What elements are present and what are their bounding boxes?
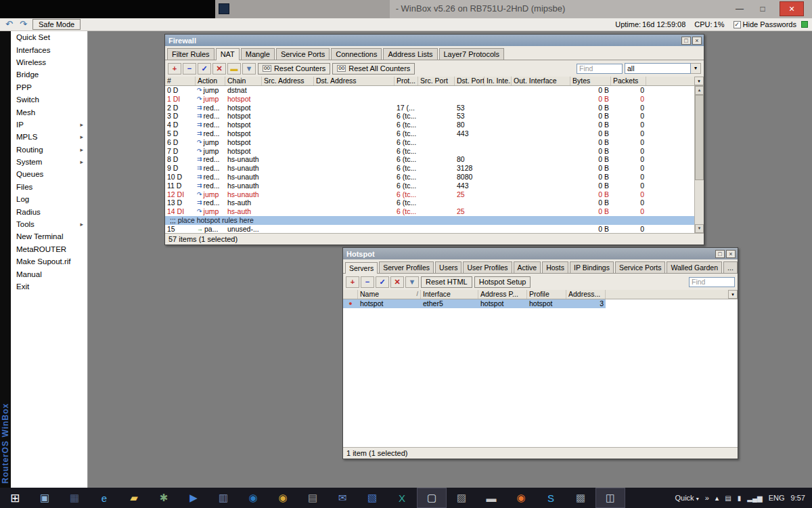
tab-nat[interactable]: NAT	[216, 48, 240, 60]
firewall-close-button[interactable]: ×	[692, 37, 702, 45]
disable-button[interactable]: ✕	[212, 63, 226, 75]
firewall-rule-row[interactable]: 2 D⇉red...hotspot17 (...530 B0	[165, 104, 694, 112]
column-header-in-inte[interactable]: In. Inte...	[484, 77, 512, 85]
column-header-address-p[interactable]: Address P...	[478, 290, 527, 299]
media-player-icon[interactable]: ▶	[179, 488, 208, 508]
app-icon-2[interactable]: ✱	[149, 488, 179, 508]
filter-dropdown[interactable]: all	[625, 63, 691, 74]
firewall-titlebar[interactable]: Firewall □ ×	[165, 35, 704, 46]
browser-icon[interactable]: ◉	[506, 488, 536, 508]
sidebar-item-interfaces[interactable]: Interfaces	[11, 43, 87, 56]
hotspot-titlebar[interactable]: Hotspot □ ×	[343, 248, 738, 259]
sidebar-item-radius[interactable]: Radius	[11, 205, 87, 217]
firewall-comment-row[interactable]: ;;; place hotspot rules here	[165, 216, 694, 225]
firewall-rule-row[interactable]: 14 DI↷jumphs-auth6 (tc...250 B0	[165, 207, 694, 216]
firewall-find-input[interactable]	[577, 64, 623, 74]
enable-button[interactable]: ✓	[376, 276, 389, 288]
reset-counters-button[interactable]: 00 Reset Counters	[258, 63, 330, 75]
app-icon-7[interactable]: ▧	[357, 488, 387, 508]
command-prompt-icon[interactable]: ▬	[476, 488, 506, 508]
app-icon-9[interactable]: ▨	[447, 488, 476, 508]
tab-service-ports[interactable]: Service Ports	[615, 261, 665, 273]
safe-mode-button[interactable]: Safe Mode	[32, 19, 81, 30]
app-icon-10[interactable]: ▩	[566, 488, 595, 508]
scroll-up-button[interactable]: ▲	[695, 86, 704, 95]
sidebar-item-exit[interactable]: Exit	[11, 280, 87, 293]
tray-expand-icon[interactable]: ▴	[715, 494, 719, 503]
sidebar-item-switch[interactable]: Switch	[11, 93, 87, 106]
firewall-rule-row[interactable]: 9 D⇉red...hs-unauth6 (tc...31280 B0	[165, 164, 694, 173]
filter-button[interactable]: ▼	[405, 276, 419, 288]
tab-x[interactable]: ...	[723, 261, 738, 273]
folder-icon[interactable]: ▰	[119, 488, 149, 508]
internet-explorer-icon[interactable]: e	[89, 488, 119, 508]
hotspot-maximize-button[interactable]: □	[715, 250, 725, 258]
tab-active[interactable]: Active	[514, 261, 541, 273]
reset-all-counters-button[interactable]: 00 Reset All Counters	[332, 63, 415, 75]
column-select-button[interactable]: ▾	[728, 290, 738, 299]
remove-button[interactable]: −	[183, 63, 196, 75]
column-select-button[interactable]: ▾	[694, 77, 704, 85]
app-icon-1[interactable]: ▦	[60, 488, 89, 508]
language-indicator[interactable]: ENG	[769, 494, 785, 502]
undo-icon[interactable]: ↶	[4, 19, 14, 30]
redo-icon[interactable]: ↷	[18, 19, 28, 30]
add-button[interactable]: +	[346, 276, 359, 288]
firewall-rule-row[interactable]: 10 D⇉red...hs-unauth6 (tc...80800 B0	[165, 173, 694, 182]
column-header-name[interactable]: Name/	[358, 290, 421, 299]
scroll-down-button[interactable]: ▼	[695, 224, 704, 233]
firewall-scrollbar[interactable]: ▲ ▼	[694, 86, 704, 233]
sidebar-item-files[interactable]: Files	[11, 181, 87, 193]
sidebar-item-routing[interactable]: Routing▸	[11, 144, 87, 156]
skype-icon[interactable]: S	[536, 488, 566, 508]
sidebar-item-ppp[interactable]: PPP	[11, 81, 87, 93]
sidebar-item-mpls[interactable]: MPLS▸	[11, 131, 87, 143]
column-header-x[interactable]: #	[165, 77, 196, 85]
app-icon-4[interactable]: ◉	[238, 488, 268, 508]
column-header-chain[interactable]: Chain	[225, 77, 262, 85]
tab-server-profiles[interactable]: Server Profiles	[379, 261, 434, 273]
column-header-dst-address[interactable]: Dst. Address	[314, 77, 394, 85]
tab-connections[interactable]: Connections	[331, 48, 382, 60]
sidebar-item-system[interactable]: System▸	[11, 156, 87, 168]
sidebar-item-ip[interactable]: IP▸	[11, 119, 87, 131]
disable-button[interactable]: ✕	[390, 276, 404, 288]
tab-user-profiles[interactable]: User Profiles	[463, 261, 512, 273]
tab-servers[interactable]: Servers	[345, 262, 378, 274]
display-tray-icon[interactable]: ▤	[725, 494, 731, 502]
remove-button[interactable]: −	[361, 276, 374, 288]
sidebar-item-manual[interactable]: Manual	[11, 268, 87, 280]
tab-ip-bindings[interactable]: IP Bindings	[570, 261, 614, 273]
firewall-rule-row[interactable]: 13 D⇉red...hs-auth6 (tc...0 B0	[165, 198, 694, 207]
tab-service-ports[interactable]: Service Ports	[276, 48, 330, 60]
clock[interactable]: 9:57	[791, 494, 805, 502]
app-icon-8[interactable]: X	[387, 488, 417, 508]
network-signal-icon[interactable]: ▂▄▆	[747, 494, 762, 502]
tab-mangle[interactable]: Mangle	[241, 48, 275, 60]
hotspot-setup-button[interactable]: Hotspot Setup	[474, 276, 531, 288]
firewall-maximize-button[interactable]: □	[681, 37, 691, 45]
quick-launch-label[interactable]: Quick▾	[675, 494, 699, 502]
window-titlebar[interactable]: - WinBox v5.26 on RB751U-2HnD (mipsbe) —…	[0, 0, 812, 18]
app-icon-5[interactable]: ◉	[268, 488, 298, 508]
sidebar-item-bridge[interactable]: Bridge	[11, 68, 87, 81]
restore-button[interactable]: □	[752, 0, 773, 17]
column-header-bytes[interactable]: Bytes	[570, 77, 611, 85]
firewall-rule-row[interactable]: 12 DI↷jumphs-unauth6 (tc...250 B0	[165, 190, 694, 199]
firewall-rule-row[interactable]: 8 D⇉red...hs-unauth6 (tc...800 B0	[165, 155, 694, 164]
firewall-rule-row[interactable]: 3 D⇉red...hotspot6 (tc...530 B0	[165, 112, 694, 121]
firewall-rule-row[interactable]: 6 D↷jumphotspot6 (tc...0 B0	[165, 138, 694, 147]
tab-users[interactable]: Users	[435, 261, 461, 273]
hotspot-close-button[interactable]: ×	[726, 250, 736, 258]
battery-icon[interactable]: ▮	[738, 494, 742, 502]
comment-button[interactable]: ▬	[227, 63, 241, 75]
column-header-profile[interactable]: Profile	[527, 290, 566, 299]
tab-hosts[interactable]: Hosts	[542, 261, 568, 273]
hide-passwords-checkbox[interactable]: ✓	[734, 21, 741, 28]
sidebar-item-quick-set[interactable]: Quick Set	[11, 31, 87, 43]
firewall-rule-row[interactable]: 4 D⇉red...hotspot6 (tc...800 B0	[165, 121, 694, 129]
column-header-address[interactable]: Address...	[566, 290, 606, 299]
column-header-src-address[interactable]: Src. Address	[262, 77, 314, 85]
sidebar-item-tools[interactable]: Tools▸	[11, 218, 87, 230]
computer-icon[interactable]: ▣	[30, 488, 60, 508]
